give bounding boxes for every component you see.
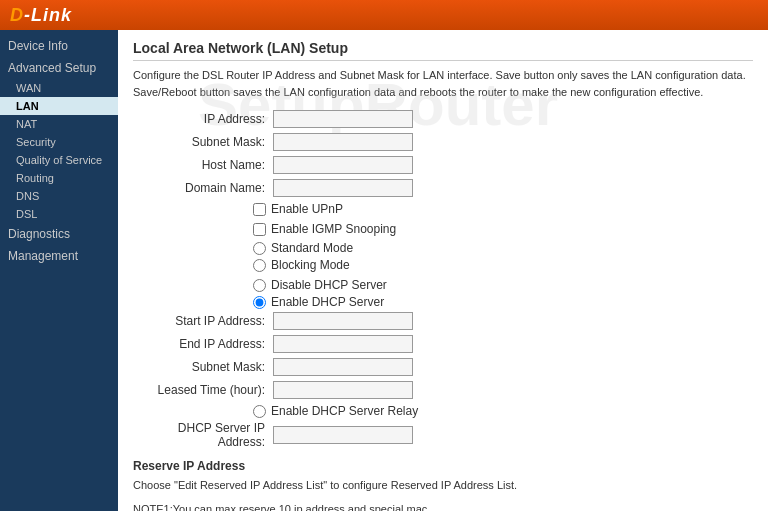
- domain-name-label: Domain Name:: [133, 181, 273, 195]
- ip-address-label: IP Address:: [133, 112, 273, 126]
- enable-relay-label: Enable DHCP Server Relay: [271, 404, 418, 418]
- relay-ip-input[interactable]: [273, 426, 413, 444]
- ip-address-input[interactable]: [273, 110, 413, 128]
- enable-dhcp-row: Enable DHCP Server: [253, 295, 753, 309]
- sidebar-item-security[interactable]: Security: [0, 133, 118, 151]
- page-title: Local Area Network (LAN) Setup: [133, 40, 753, 61]
- dhcp-subnet-row: Subnet Mask:: [133, 358, 753, 376]
- ip-address-row: IP Address:: [133, 110, 753, 128]
- enable-dhcp-radio[interactable]: [253, 296, 266, 309]
- sidebar-item-routing[interactable]: Routing: [0, 169, 118, 187]
- disable-dhcp-row: Disable DHCP Server: [253, 278, 753, 292]
- leased-time-input[interactable]: [273, 381, 413, 399]
- main-content: SetupRouter Local Area Network (LAN) Set…: [118, 30, 768, 511]
- sidebar-item-management[interactable]: Management: [0, 245, 118, 267]
- relay-ip-row: DHCP Server IP Address:: [133, 421, 753, 449]
- sidebar: Device Info Advanced Setup WAN LAN NAT S…: [0, 30, 118, 511]
- host-name-label: Host Name:: [133, 158, 273, 172]
- relay-ip-label: DHCP Server IP Address:: [133, 421, 273, 449]
- blocking-mode-radio[interactable]: [253, 259, 266, 272]
- blocking-mode-row: Blocking Mode: [253, 258, 753, 272]
- end-ip-label: End IP Address:: [133, 337, 273, 351]
- igmp-label: Enable IGMP Snooping: [271, 222, 396, 236]
- leased-time-label: Leased Time (hour):: [133, 383, 273, 397]
- standard-mode-label: Standard Mode: [271, 241, 353, 255]
- sidebar-item-quality-of-service[interactable]: Quality of Service: [0, 151, 118, 169]
- subnet-mask-input[interactable]: [273, 133, 413, 151]
- igmp-checkbox[interactable]: [253, 223, 266, 236]
- disable-dhcp-label: Disable DHCP Server: [271, 278, 387, 292]
- enable-relay-row: Enable DHCP Server Relay: [253, 404, 753, 418]
- sidebar-item-nat[interactable]: NAT: [0, 115, 118, 133]
- host-name-input[interactable]: [273, 156, 413, 174]
- subnet-mask-row: Subnet Mask:: [133, 133, 753, 151]
- disable-dhcp-radio[interactable]: [253, 279, 266, 292]
- end-ip-input[interactable]: [273, 335, 413, 353]
- host-name-row: Host Name:: [133, 156, 753, 174]
- upnp-row: Enable UPnP: [253, 202, 753, 216]
- sidebar-item-advanced-setup[interactable]: Advanced Setup: [0, 57, 118, 79]
- sidebar-item-dns[interactable]: DNS: [0, 187, 118, 205]
- layout: Device Info Advanced Setup WAN LAN NAT S…: [0, 30, 768, 511]
- dhcp-subnet-label: Subnet Mask:: [133, 360, 273, 374]
- start-ip-label: Start IP Address:: [133, 314, 273, 328]
- domain-name-row: Domain Name:: [133, 179, 753, 197]
- brand-logo: D-Link: [10, 5, 72, 26]
- subnet-mask-label: Subnet Mask:: [133, 135, 273, 149]
- page-description: Configure the DSL Router IP Address and …: [133, 67, 753, 100]
- domain-name-input[interactable]: [273, 179, 413, 197]
- dhcp-subnet-input[interactable]: [273, 358, 413, 376]
- start-ip-input[interactable]: [273, 312, 413, 330]
- reserve-section: Reserve IP Address Choose "Edit Reserved…: [133, 459, 753, 511]
- sidebar-item-wan[interactable]: WAN: [0, 79, 118, 97]
- sidebar-item-dsl[interactable]: DSL: [0, 205, 118, 223]
- enable-dhcp-label: Enable DHCP Server: [271, 295, 384, 309]
- standard-mode-row: Standard Mode: [253, 241, 753, 255]
- sidebar-item-lan[interactable]: LAN: [0, 97, 118, 115]
- reserve-note1: Choose "Edit Reserved IP Address List" t…: [133, 477, 753, 495]
- upnp-checkbox[interactable]: [253, 203, 266, 216]
- start-ip-row: Start IP Address:: [133, 312, 753, 330]
- reserve-title: Reserve IP Address: [133, 459, 753, 473]
- igmp-row: Enable IGMP Snooping: [253, 222, 753, 236]
- upnp-label: Enable UPnP: [271, 202, 343, 216]
- header: D-Link: [0, 0, 768, 30]
- sidebar-item-diagnostics[interactable]: Diagnostics: [0, 223, 118, 245]
- reserve-note2: NOTE1:You can max reserve 10 ip address …: [133, 501, 753, 511]
- standard-mode-radio[interactable]: [253, 242, 266, 255]
- blocking-mode-label: Blocking Mode: [271, 258, 350, 272]
- enable-relay-radio[interactable]: [253, 405, 266, 418]
- sidebar-item-device-info[interactable]: Device Info: [0, 35, 118, 57]
- leased-time-row: Leased Time (hour):: [133, 381, 753, 399]
- end-ip-row: End IP Address:: [133, 335, 753, 353]
